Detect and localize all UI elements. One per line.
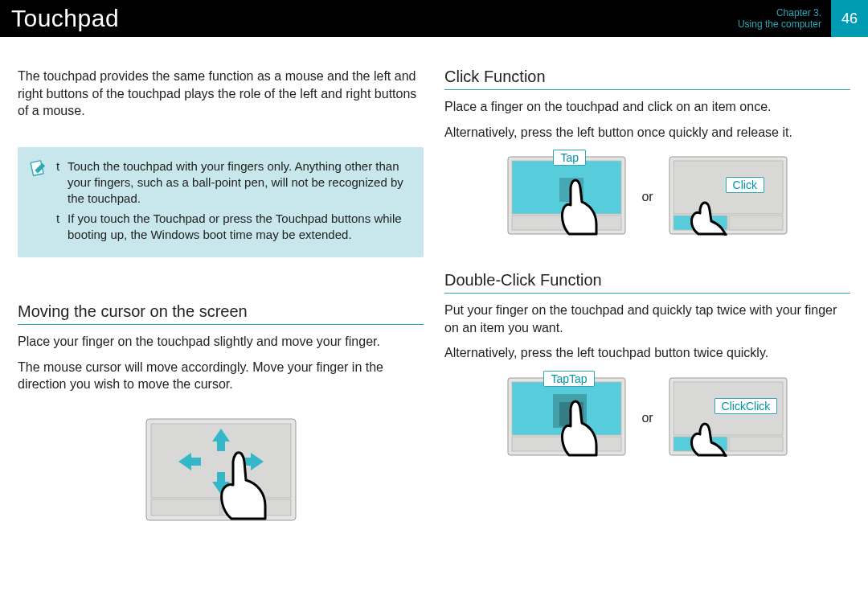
dblclick-p2: Alternatively, press the left touchpad b… bbox=[444, 344, 850, 362]
note-icon bbox=[29, 160, 47, 178]
intro-text: The touchpad provides the same function … bbox=[18, 68, 424, 120]
click-p1: Place a finger on the touchpad and click… bbox=[444, 98, 850, 116]
double-click-function-section: Double-Click Function Put your finger on… bbox=[444, 271, 850, 460]
dblclick-p1: Put your finger on the touchpad and quic… bbox=[444, 302, 850, 336]
svg-rect-3 bbox=[151, 499, 220, 515]
svg-rect-11 bbox=[512, 216, 566, 230]
figure-double-click: TapTap or ClickClick bbox=[444, 376, 850, 460]
click-function-section: Click Function Place a finger on the tou… bbox=[444, 68, 850, 239]
page-title: Touchpad bbox=[11, 5, 119, 32]
page-header: Touchpad Chapter 3. Using the computer 4… bbox=[0, 0, 868, 37]
bullet-char: t bbox=[56, 211, 68, 244]
left-column: The touchpad provides the same function … bbox=[18, 68, 424, 522]
chapter-line-2: Using the computer bbox=[738, 18, 821, 30]
figure-click: Tap or Click bbox=[444, 155, 850, 239]
svg-rect-20 bbox=[512, 437, 566, 451]
tap-label: Tap bbox=[553, 150, 586, 166]
svg-rect-17 bbox=[729, 216, 783, 230]
note-item: t If you touch the Touchpad or press the… bbox=[56, 211, 409, 244]
taptap-label: TapTap bbox=[543, 371, 594, 387]
click-label: Click bbox=[726, 177, 764, 193]
click-p2: Alternatively, press the left button onc… bbox=[444, 124, 850, 142]
note-item: t Touch the touchpad with your fingers o… bbox=[56, 158, 409, 207]
clickclick-label: ClickClick bbox=[714, 398, 778, 414]
section-heading-double-click: Double-Click Function bbox=[444, 271, 850, 294]
note-box: t Touch the touchpad with your fingers o… bbox=[18, 147, 424, 257]
moving-cursor-p1: Place your finger on the touchpad slight… bbox=[18, 333, 424, 351]
content: The touchpad provides the same function … bbox=[0, 37, 868, 522]
or-text: or bbox=[641, 411, 653, 425]
chapter-line-1: Chapter 3. bbox=[738, 7, 821, 18]
note-text: If you touch the Touchpad or press the T… bbox=[68, 211, 409, 244]
section-heading-moving-cursor: Moving the cursor on the screen bbox=[18, 302, 424, 325]
page-number: 46 bbox=[831, 0, 868, 37]
chapter-meta: Chapter 3. Using the computer bbox=[738, 7, 825, 31]
note-list: t Touch the touchpad with your fingers o… bbox=[56, 158, 409, 246]
header-right: Chapter 3. Using the computer 46 bbox=[738, 0, 868, 37]
svg-rect-27 bbox=[729, 437, 783, 451]
section-heading-click: Click Function bbox=[444, 68, 850, 90]
note-text: Touch the touchpad with your fingers onl… bbox=[68, 158, 409, 207]
figure-moving-cursor bbox=[18, 417, 424, 522]
moving-cursor-p2: The mouse cursor will move accordingly. … bbox=[18, 359, 424, 393]
or-text: or bbox=[641, 190, 653, 204]
right-column: Click Function Place a finger on the tou… bbox=[444, 68, 850, 522]
bullet-char: t bbox=[56, 158, 68, 207]
